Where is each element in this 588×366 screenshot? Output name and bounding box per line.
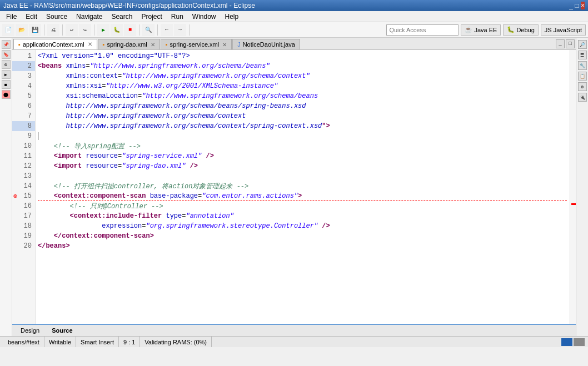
code-line-18: expression="org.springframework.stereoty…	[38, 221, 567, 231]
line-7: 7	[12, 111, 35, 121]
code-line-16: <!-- 只对@Controller -->	[38, 201, 567, 211]
toolbar-undo[interactable]: ↩	[66, 24, 78, 36]
status-position: 9 : 1	[119, 337, 140, 347]
toolbar-debug[interactable]: 🐛	[111, 24, 123, 36]
tab-minimize[interactable]: _	[556, 39, 565, 48]
line-11: 11	[12, 151, 35, 161]
perspective-javascript[interactable]: JS JavaScript	[541, 24, 586, 36]
status-position-text: 9 : 1	[123, 339, 135, 345]
status-insert-text: Smart Insert	[81, 339, 114, 345]
sep5	[157, 24, 158, 36]
code-line-19: </context:component-scan>	[38, 231, 567, 241]
left-icon-1[interactable]: 📌	[2, 40, 11, 49]
code-text	[38, 132, 38, 140]
far-right-icon-4[interactable]: 📋	[578, 72, 587, 81]
code-line-15: <context:component-scan base-package="co…	[38, 191, 567, 201]
left-icon-2[interactable]: 🔖	[2, 50, 11, 59]
code-line-2: <beans xmlns="http://www.springframework…	[38, 61, 567, 71]
code-line-7: http://www.springframework.org/schema/co…	[38, 111, 567, 121]
bottom-tab-source[interactable]: Source	[46, 325, 78, 335]
left-icon-3[interactable]: ⚙	[2, 60, 11, 69]
toolbar-prev[interactable]: ←	[161, 24, 173, 36]
tab-noticedaounit[interactable]: J NoticeDaoUnit.java	[232, 39, 300, 49]
toolbar-search[interactable]: 🔍	[142, 24, 155, 36]
menu-edit[interactable]: Edit	[22, 12, 41, 22]
left-icon-4[interactable]: ▶	[2, 70, 11, 79]
toolbar-open[interactable]: 📂	[16, 24, 28, 36]
status-bar: beans/#text Writable Smart Insert 9 : 1 …	[0, 336, 588, 347]
status-location: beans/#text	[3, 337, 44, 347]
line-4: 4	[12, 81, 35, 91]
tab-bar-controls: _ □	[556, 39, 575, 49]
menu-file[interactable]: File	[2, 12, 21, 22]
tab-close-appcontext[interactable]: ✕	[88, 41, 92, 47]
tab-close-springdao[interactable]: ✕	[151, 42, 155, 48]
code-line-13	[38, 171, 567, 181]
sep3	[94, 24, 94, 36]
status-location-text: beans/#text	[8, 339, 39, 345]
far-right-icon-2[interactable]: ☰	[578, 51, 587, 59]
perspective-java-ee[interactable]: ☕ Java EE	[461, 24, 501, 36]
left-icon-breakpoint[interactable]: ⬤	[2, 90, 11, 99]
sep6	[189, 24, 190, 36]
toolbar-redo[interactable]: ↪	[79, 24, 91, 36]
toolbar-print[interactable]: 🖨	[47, 24, 59, 36]
close-button[interactable]: ×	[581, 2, 585, 9]
minimize-button[interactable]: _	[569, 2, 573, 9]
code-text: expression="org.springframework.stereoty…	[38, 222, 330, 230]
toolbar-run[interactable]: ▶	[97, 24, 109, 36]
js-icon: JS	[545, 27, 552, 33]
left-icon-5[interactable]: ◼	[2, 80, 11, 89]
line-9: 9	[12, 131, 35, 141]
code-text: </beans>	[38, 242, 70, 250]
code-text: <context:component-scan base-package="co…	[38, 192, 302, 200]
code-text: <context:include-filter type="annotation…	[38, 212, 234, 220]
quick-access-input[interactable]	[386, 24, 459, 36]
far-right-icon-6[interactable]: 🔌	[578, 93, 587, 102]
line-3: 3	[12, 71, 35, 81]
code-text: xmlns:xsi="http://www.w3.org/2001/XMLSch…	[38, 82, 278, 90]
menu-window[interactable]: Window	[188, 12, 220, 22]
menu-project[interactable]: Project	[137, 12, 166, 22]
code-line-10: <!-- 导入spring配置 -->	[38, 141, 567, 151]
tab-applicationcontext[interactable]: ▪ applicationContext.xml ✕	[13, 39, 97, 49]
line-12: 12	[12, 161, 35, 171]
toolbar-save[interactable]: 💾	[29, 24, 41, 36]
menu-search[interactable]: Search	[107, 12, 136, 22]
status-blue-indicator	[561, 338, 572, 346]
debug-icon: 🐛	[507, 26, 515, 33]
tab-icon-appcontext: ▪	[18, 41, 21, 48]
menu-source[interactable]: Source	[42, 12, 71, 22]
code-line-1: <?xml version="1.0" encoding="UTF-8"?>	[38, 51, 567, 61]
line-6: 6	[12, 101, 35, 111]
tab-springservice[interactable]: ▪ spring-service.xml ✕	[161, 39, 232, 49]
perspective-debug[interactable]: 🐛 Debug	[503, 24, 538, 36]
tab-icon-noticedaounit: J	[237, 41, 241, 48]
menu-run[interactable]: Run	[167, 12, 187, 22]
code-text: <beans xmlns="http://www.springframework…	[38, 62, 270, 70]
far-right-panel: 🔎 ☰ 🔧 📋 ⚙ 🔌	[576, 38, 588, 336]
sep2	[62, 24, 63, 36]
toolbar-stop[interactable]: ■	[124, 24, 136, 36]
menu-navigate[interactable]: Navigate	[72, 12, 106, 22]
code-text: <!-- 只对@Controller -->	[38, 202, 163, 211]
code-line-8: http://www.springframework.org/schema/co…	[38, 121, 567, 131]
code-content[interactable]: <?xml version="1.0" encoding="UTF-8"?> <…	[36, 50, 569, 324]
far-right-icon-1[interactable]: 🔎	[578, 40, 587, 49]
tab-close-springservice[interactable]: ✕	[222, 42, 227, 48]
toolbar-new[interactable]: 📄	[2, 24, 14, 36]
bottom-tab-design[interactable]: Design	[14, 325, 46, 335]
tab-icon-springservice: ▪	[166, 41, 168, 48]
line-19: 19	[12, 231, 35, 241]
maximize-button[interactable]: □	[575, 2, 579, 9]
far-right-icon-3[interactable]: 🔧	[578, 61, 587, 70]
code-line-12: <import resource="spring-dao.xml" />	[38, 161, 567, 171]
sep1	[44, 24, 44, 36]
tab-label-appcontext: applicationContext.xml	[23, 41, 84, 48]
far-right-icon-5[interactable]: ⚙	[578, 82, 587, 91]
tab-maximize[interactable]: □	[566, 39, 575, 48]
menu-help[interactable]: Help	[221, 12, 243, 22]
toolbar-next[interactable]: →	[174, 24, 186, 36]
tab-springdao[interactable]: ▪ spring-dao.xml ✕	[98, 39, 160, 49]
code-line-14: <!-- 打开组件扫描controller, 将action对象管理起来 -->	[38, 181, 567, 191]
